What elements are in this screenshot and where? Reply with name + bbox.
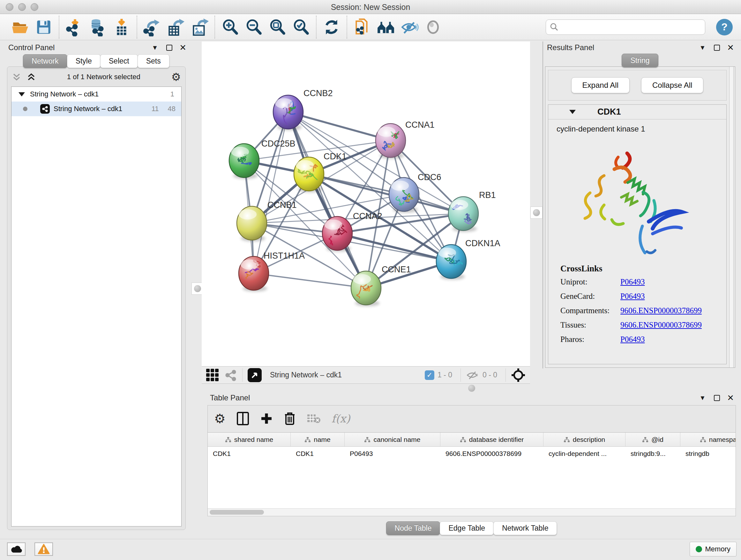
node-details-header[interactable]: CDK1	[548, 105, 726, 119]
expand-all-button[interactable]: Expand All	[571, 77, 630, 93]
network-canvas[interactable]: CCNB2CCNA1CDC25BCDK1CDC6RB1CCNB1CCNA2CDK…	[202, 42, 530, 366]
toolbar-search[interactable]	[546, 19, 705, 35]
add-column-icon[interactable]	[260, 412, 273, 425]
import-table-icon[interactable]	[110, 17, 133, 37]
panel-close-icon[interactable]: ✕	[727, 393, 734, 403]
tab-network[interactable]: Network	[23, 54, 67, 68]
home-icon[interactable]	[374, 17, 398, 37]
zoom-selected-icon[interactable]	[289, 17, 313, 37]
panel-close-icon[interactable]: ✕	[727, 43, 734, 53]
search-input[interactable]	[562, 23, 701, 31]
hide-selected-eye-icon[interactable]	[398, 17, 421, 37]
network-row[interactable]: String Network – cdk1 11 48	[11, 102, 181, 116]
zoom-fit-icon[interactable]	[266, 17, 289, 37]
table-cell[interactable]: stringdb	[680, 447, 736, 461]
network-node-ccna1[interactable]: CCNA1	[376, 120, 434, 159]
network-node-ccnb1[interactable]: CCNB1	[237, 200, 297, 241]
export-image-icon[interactable]	[188, 17, 211, 37]
tab-network-table[interactable]: Network Table	[493, 521, 557, 535]
network-node-ccnb2[interactable]: CCNB2	[273, 88, 333, 130]
collapse-all-button[interactable]: Collapse All	[641, 77, 703, 93]
share-view-icon[interactable]	[224, 369, 237, 381]
show-columns-icon[interactable]	[237, 412, 249, 426]
delete-column-icon[interactable]	[284, 412, 296, 426]
table-cell[interactable]: CDK1	[291, 447, 345, 461]
table-gear-icon[interactable]: ⚙	[214, 412, 226, 425]
tab-edge-table[interactable]: Edge Table	[440, 521, 494, 535]
collapse-all-icon[interactable]	[12, 72, 21, 82]
selected-checkbox-icon[interactable]: ✓	[425, 370, 434, 380]
import-network-file-icon[interactable]	[63, 17, 86, 37]
tab-node-table[interactable]: Node Table	[386, 521, 441, 535]
import-network-database-icon[interactable]	[86, 17, 110, 37]
memory-button[interactable]: Memory	[690, 542, 737, 557]
open-session-icon[interactable]	[8, 17, 32, 37]
gear-icon[interactable]: ⚙	[172, 71, 181, 82]
panel-menu-icon[interactable]: ▼	[699, 44, 705, 51]
function-builder-icon[interactable]: f(x)	[332, 412, 350, 425]
panel-close-icon[interactable]: ✕	[179, 43, 186, 53]
tab-style[interactable]: Style	[67, 54, 100, 68]
export-table-icon[interactable]	[164, 17, 188, 37]
tab-sets[interactable]: Sets	[138, 54, 170, 68]
crosslink-link[interactable]: P06493	[620, 292, 645, 301]
column-header-database-identifier[interactable]: database identifier	[441, 433, 543, 446]
panel-menu-icon[interactable]: ▼	[699, 394, 705, 401]
help-icon[interactable]: ?	[716, 19, 733, 36]
collapse-entry-icon[interactable]	[569, 110, 576, 114]
network-collection-row[interactable]: String Network – cdk1 1	[11, 87, 181, 102]
share-document-icon[interactable]	[350, 17, 374, 37]
network-node-ccne1[interactable]: CCNE1	[351, 265, 411, 306]
crosslink-link[interactable]: 9606.ENSP00000378699	[620, 306, 702, 315]
table-cell[interactable]: cyclin-dependent ...	[543, 447, 625, 461]
column-header-name[interactable]: name	[291, 433, 345, 446]
network-edge[interactable]	[288, 112, 366, 288]
crosslink-link[interactable]: P06493	[620, 335, 645, 344]
network-node-cdkn1a[interactable]: CDKN1A	[436, 239, 500, 280]
grid-view-icon[interactable]	[206, 369, 219, 381]
column-header-@id[interactable]: @id	[625, 433, 680, 446]
crosslink-link[interactable]: P06493	[620, 277, 645, 287]
crosslink-label: Pharos:	[560, 335, 620, 344]
column-header-description[interactable]: description	[543, 433, 625, 446]
column-header-canonical-name[interactable]: canonical name	[345, 433, 441, 446]
tab-select[interactable]: Select	[100, 54, 138, 68]
network-node-cdc25b[interactable]: CDC25B	[229, 139, 295, 179]
table-cell[interactable]: stringdb:9...	[625, 447, 680, 461]
scrollbar-thumb[interactable]	[210, 510, 264, 515]
right-splitter-handle[interactable]	[530, 206, 542, 219]
show-all-eye-icon[interactable]	[421, 17, 445, 37]
warning-status-button[interactable]	[35, 543, 53, 556]
birds-eye-view-icon[interactable]	[248, 368, 262, 382]
results-scrollbar[interactable]	[729, 67, 734, 368]
table-cell[interactable]: CDK1	[208, 447, 291, 461]
panel-float-icon[interactable]	[166, 45, 172, 51]
network-node-hist1h1a[interactable]: HIST1H1A	[239, 251, 305, 292]
network-edge[interactable]	[254, 273, 366, 288]
table-cell[interactable]: 9606.ENSP00000378699	[441, 447, 543, 461]
tree-expander-icon[interactable]	[18, 92, 25, 97]
tab-string[interactable]: String	[622, 54, 658, 67]
network-node-rb1[interactable]: RB1	[448, 190, 496, 232]
refresh-icon[interactable]	[320, 17, 343, 37]
column-header-namespace[interactable]: namespace	[680, 433, 736, 446]
column-header-shared-name[interactable]: shared name	[208, 433, 291, 446]
crosslink-link[interactable]: 9606.ENSP00000378699	[620, 320, 702, 329]
table-row[interactable]: CDK1CDK1P064939606.ENSP00000378699cyclin…	[208, 447, 736, 461]
zoom-out-icon[interactable]	[242, 17, 266, 37]
export-network-icon[interactable]	[140, 17, 164, 37]
hidden-eye-icon[interactable]	[466, 370, 479, 380]
cloud-status-button[interactable]	[7, 543, 25, 556]
network-edge[interactable]	[254, 112, 288, 273]
save-session-icon[interactable]	[32, 17, 56, 37]
horizontal-splitter-handle[interactable]	[468, 385, 475, 392]
panel-float-icon[interactable]	[714, 45, 720, 51]
table-horizontal-scrollbar[interactable]	[208, 508, 736, 516]
zoom-in-icon[interactable]	[218, 17, 242, 37]
panel-menu-icon[interactable]: ▼	[151, 44, 158, 51]
expand-all-icon[interactable]	[26, 72, 36, 82]
table-cell[interactable]: P06493	[345, 447, 441, 461]
fit-selected-crosshair-icon[interactable]	[511, 368, 526, 382]
panel-float-icon[interactable]	[714, 395, 720, 401]
delete-table-icon[interactable]	[307, 413, 321, 424]
